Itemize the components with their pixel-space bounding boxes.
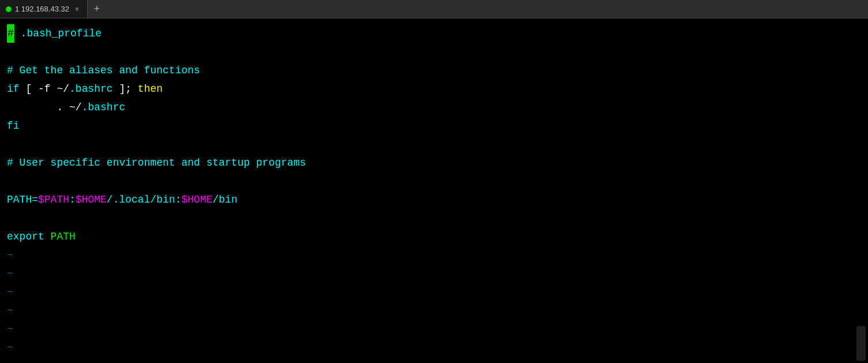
path-var-name: PATH= xyxy=(7,194,38,205)
line-6-fi: fi xyxy=(7,117,861,135)
editor-content: # .bash_profile # Get the aliases and fu… xyxy=(0,22,868,363)
line-8-comment: # User specific environment and startup … xyxy=(7,154,861,172)
scrollbar[interactable] xyxy=(856,326,866,361)
tab-close-button[interactable]: × xyxy=(73,4,81,14)
path-val-1: $PATH xyxy=(38,194,69,205)
heading-text: .bash_profile xyxy=(14,28,102,39)
line-5-source: . ~/.bashrc xyxy=(7,98,861,117)
tab-1[interactable]: 1 192.168.43.32 × xyxy=(0,0,88,18)
path-home1: $HOME xyxy=(76,194,107,205)
path-home2: $HOME xyxy=(181,194,212,205)
bashrc-text: .bashrc xyxy=(69,83,113,95)
editor-area: # .bash_profile # Get the aliases and fu… xyxy=(0,18,868,363)
then-keyword: then xyxy=(131,83,163,95)
line-1: # .bash_profile xyxy=(7,24,861,43)
tilde-2: ~ xyxy=(7,264,861,283)
line-3-comment: # Get the aliases and functions xyxy=(7,61,861,80)
path-bin: /bin xyxy=(213,194,238,205)
line-12-export: export PATH xyxy=(7,227,861,246)
line-10-path: PATH=$PATH:$HOME/.local/bin:$HOME/bin xyxy=(7,190,861,209)
tab-title: 1 192.168.43.32 xyxy=(15,5,69,13)
new-tab-button[interactable]: + xyxy=(88,0,106,18)
line-4-if: if [ -f ~/.bashrc ]; then xyxy=(7,80,861,98)
tilde-3: ~ xyxy=(7,283,861,301)
bashrc2-text: .bashrc xyxy=(82,102,126,113)
tilde-5: ~ xyxy=(7,320,861,338)
vim-cursor: # xyxy=(7,24,14,43)
tilde-7: ~ xyxy=(7,357,861,363)
line-9 xyxy=(7,172,861,190)
indent-dot-text: . ~/ xyxy=(7,102,82,113)
line-11 xyxy=(7,209,861,227)
export-keyword: export xyxy=(7,231,44,242)
if-condition-text: [ -f ~/ xyxy=(20,83,69,95)
if-bracket-text: ]; xyxy=(113,83,131,95)
tilde-4: ~ xyxy=(7,301,861,320)
line-2 xyxy=(7,43,861,61)
tab-bar: 1 192.168.43.32 × + xyxy=(0,0,868,18)
path-sep1: : xyxy=(69,194,76,205)
export-path: PATH xyxy=(44,231,76,242)
tilde-6: ~ xyxy=(7,338,861,357)
path-local: /.local/bin: xyxy=(107,194,182,205)
line-7 xyxy=(7,135,861,154)
tab-status-dot xyxy=(6,6,12,12)
if-keyword-text: if xyxy=(7,83,20,95)
tilde-1: ~ xyxy=(7,246,861,264)
